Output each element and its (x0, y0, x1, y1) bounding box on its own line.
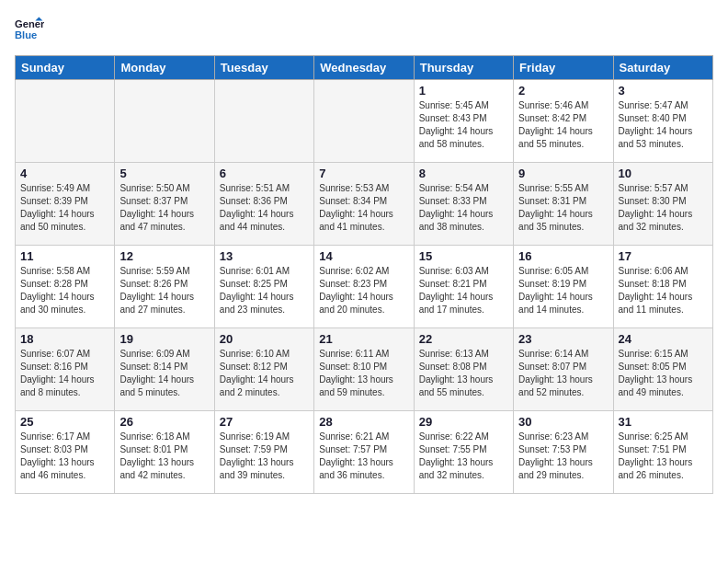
day-number: 27 (220, 415, 309, 429)
day-info: Sunrise: 6:07 AM Sunset: 8:16 PM Dayligh… (20, 348, 109, 399)
day-number: 26 (119, 415, 209, 429)
day-info: Sunrise: 6:19 AM Sunset: 7:59 PM Dayligh… (220, 431, 309, 482)
calendar-cell: 22Sunrise: 6:13 AM Sunset: 8:08 PM Dayli… (414, 328, 513, 411)
day-info: Sunrise: 6:15 AM Sunset: 8:05 PM Dayligh… (619, 348, 708, 399)
calendar-cell: 9Sunrise: 5:55 AM Sunset: 8:31 PM Daylig… (514, 163, 613, 246)
day-info: Sunrise: 6:23 AM Sunset: 7:53 PM Dayligh… (518, 431, 608, 482)
header-row: SundayMondayTuesdayWednesdayThursdayFrid… (16, 56, 713, 80)
day-number: 13 (220, 249, 309, 263)
day-number: 28 (319, 415, 408, 429)
day-info: Sunrise: 6:18 AM Sunset: 8:01 PM Dayligh… (119, 431, 209, 482)
calendar-cell: 17Sunrise: 6:06 AM Sunset: 8:18 PM Dayli… (613, 246, 712, 328)
day-info: Sunrise: 6:01 AM Sunset: 8:25 PM Dayligh… (220, 265, 309, 316)
day-number: 1 (419, 84, 508, 98)
day-info: Sunrise: 5:51 AM Sunset: 8:36 PM Dayligh… (220, 182, 309, 234)
day-number: 25 (20, 415, 109, 429)
day-number: 3 (619, 84, 708, 98)
calendar-cell: 31Sunrise: 6:25 AM Sunset: 7:51 PM Dayli… (613, 411, 712, 494)
day-number: 30 (518, 415, 608, 429)
day-number: 29 (419, 415, 508, 429)
calendar-cell: 30Sunrise: 6:23 AM Sunset: 7:53 PM Dayli… (514, 411, 613, 494)
day-header-saturday: Saturday (613, 56, 712, 80)
calendar-week-row: 4Sunrise: 5:49 AM Sunset: 8:39 PM Daylig… (16, 163, 713, 246)
calendar-cell: 16Sunrise: 6:05 AM Sunset: 8:19 PM Dayli… (514, 246, 613, 328)
day-info: Sunrise: 5:47 AM Sunset: 8:40 PM Dayligh… (619, 99, 708, 151)
day-info: Sunrise: 6:06 AM Sunset: 8:18 PM Dayligh… (619, 265, 708, 316)
day-number: 21 (319, 332, 408, 346)
calendar-cell: 29Sunrise: 6:22 AM Sunset: 7:55 PM Dayli… (414, 411, 513, 494)
day-info: Sunrise: 5:54 AM Sunset: 8:33 PM Dayligh… (419, 182, 508, 234)
calendar-cell (314, 80, 414, 163)
calendar-cell: 26Sunrise: 6:18 AM Sunset: 8:01 PM Dayli… (115, 411, 214, 494)
calendar-week-row: 25Sunrise: 6:17 AM Sunset: 8:03 PM Dayli… (16, 411, 713, 494)
calendar-cell: 1Sunrise: 5:45 AM Sunset: 8:43 PM Daylig… (414, 80, 513, 163)
calendar-cell: 15Sunrise: 6:03 AM Sunset: 8:21 PM Dayli… (414, 246, 513, 328)
day-number: 10 (619, 167, 708, 180)
day-number: 22 (419, 332, 508, 346)
calendar-cell (16, 80, 115, 163)
calendar-cell: 11Sunrise: 5:58 AM Sunset: 8:28 PM Dayli… (16, 246, 115, 328)
calendar-cell: 24Sunrise: 6:15 AM Sunset: 8:05 PM Dayli… (613, 328, 712, 411)
day-number: 17 (619, 249, 708, 263)
calendar-cell: 10Sunrise: 5:57 AM Sunset: 8:30 PM Dayli… (613, 163, 712, 246)
day-info: Sunrise: 6:13 AM Sunset: 8:08 PM Dayligh… (419, 348, 508, 399)
day-number: 31 (619, 415, 708, 429)
day-header-sunday: Sunday (16, 56, 115, 80)
logo-icon: General Blue (15, 15, 44, 44)
calendar-cell: 6Sunrise: 5:51 AM Sunset: 8:36 PM Daylig… (214, 163, 313, 246)
day-number: 4 (20, 167, 109, 180)
calendar-cell: 14Sunrise: 6:02 AM Sunset: 8:23 PM Dayli… (314, 246, 414, 328)
day-info: Sunrise: 6:17 AM Sunset: 8:03 PM Dayligh… (20, 431, 109, 482)
day-number: 8 (419, 167, 508, 180)
day-info: Sunrise: 5:45 AM Sunset: 8:43 PM Dayligh… (419, 99, 508, 151)
day-info: Sunrise: 5:53 AM Sunset: 8:34 PM Dayligh… (319, 182, 408, 234)
day-number: 5 (119, 167, 209, 180)
day-info: Sunrise: 6:10 AM Sunset: 8:12 PM Dayligh… (220, 348, 309, 399)
day-info: Sunrise: 6:03 AM Sunset: 8:21 PM Dayligh… (419, 265, 508, 316)
day-info: Sunrise: 5:59 AM Sunset: 8:26 PM Dayligh… (119, 265, 209, 316)
day-info: Sunrise: 6:05 AM Sunset: 8:19 PM Dayligh… (518, 265, 608, 316)
calendar-cell: 20Sunrise: 6:10 AM Sunset: 8:12 PM Dayli… (214, 328, 313, 411)
calendar-cell: 4Sunrise: 5:49 AM Sunset: 8:39 PM Daylig… (16, 163, 115, 246)
logo: General Blue (15, 15, 48, 44)
day-number: 14 (319, 249, 408, 263)
day-number: 19 (119, 332, 209, 346)
day-header-monday: Monday (115, 56, 214, 80)
day-number: 24 (619, 332, 708, 346)
calendar-cell (214, 80, 313, 163)
day-number: 15 (419, 249, 508, 263)
day-info: Sunrise: 5:46 AM Sunset: 8:42 PM Dayligh… (518, 99, 608, 151)
calendar-table: SundayMondayTuesdayWednesdayThursdayFrid… (15, 55, 713, 494)
day-header-friday: Friday (514, 56, 613, 80)
day-info: Sunrise: 6:25 AM Sunset: 7:51 PM Dayligh… (619, 431, 708, 482)
day-info: Sunrise: 6:02 AM Sunset: 8:23 PM Dayligh… (319, 265, 408, 316)
day-header-wednesday: Wednesday (314, 56, 414, 80)
calendar-cell: 21Sunrise: 6:11 AM Sunset: 8:10 PM Dayli… (314, 328, 414, 411)
day-info: Sunrise: 5:49 AM Sunset: 8:39 PM Dayligh… (20, 182, 109, 234)
calendar-cell: 25Sunrise: 6:17 AM Sunset: 8:03 PM Dayli… (16, 411, 115, 494)
calendar-week-row: 18Sunrise: 6:07 AM Sunset: 8:16 PM Dayli… (16, 328, 713, 411)
calendar-week-row: 11Sunrise: 5:58 AM Sunset: 8:28 PM Dayli… (16, 246, 713, 328)
calendar-cell: 27Sunrise: 6:19 AM Sunset: 7:59 PM Dayli… (214, 411, 313, 494)
day-number: 16 (518, 249, 608, 263)
day-info: Sunrise: 5:57 AM Sunset: 8:30 PM Dayligh… (619, 182, 708, 234)
calendar-cell: 3Sunrise: 5:47 AM Sunset: 8:40 PM Daylig… (613, 80, 712, 163)
day-number: 11 (20, 249, 109, 263)
day-info: Sunrise: 6:14 AM Sunset: 8:07 PM Dayligh… (518, 348, 608, 399)
day-header-tuesday: Tuesday (214, 56, 313, 80)
day-info: Sunrise: 5:50 AM Sunset: 8:37 PM Dayligh… (119, 182, 209, 234)
day-info: Sunrise: 6:11 AM Sunset: 8:10 PM Dayligh… (319, 348, 408, 399)
calendar-cell: 8Sunrise: 5:54 AM Sunset: 8:33 PM Daylig… (414, 163, 513, 246)
day-number: 6 (220, 167, 309, 180)
calendar-cell: 12Sunrise: 5:59 AM Sunset: 8:26 PM Dayli… (115, 246, 214, 328)
page-header: General Blue (15, 15, 713, 44)
calendar-cell (115, 80, 214, 163)
day-info: Sunrise: 6:09 AM Sunset: 8:14 PM Dayligh… (119, 348, 209, 399)
day-info: Sunrise: 5:55 AM Sunset: 8:31 PM Dayligh… (518, 182, 608, 234)
calendar-cell: 13Sunrise: 6:01 AM Sunset: 8:25 PM Dayli… (214, 246, 313, 328)
calendar-week-row: 1Sunrise: 5:45 AM Sunset: 8:43 PM Daylig… (16, 80, 713, 163)
calendar-cell: 2Sunrise: 5:46 AM Sunset: 8:42 PM Daylig… (514, 80, 613, 163)
day-header-thursday: Thursday (414, 56, 513, 80)
calendar-cell: 7Sunrise: 5:53 AM Sunset: 8:34 PM Daylig… (314, 163, 414, 246)
day-number: 7 (319, 167, 408, 180)
